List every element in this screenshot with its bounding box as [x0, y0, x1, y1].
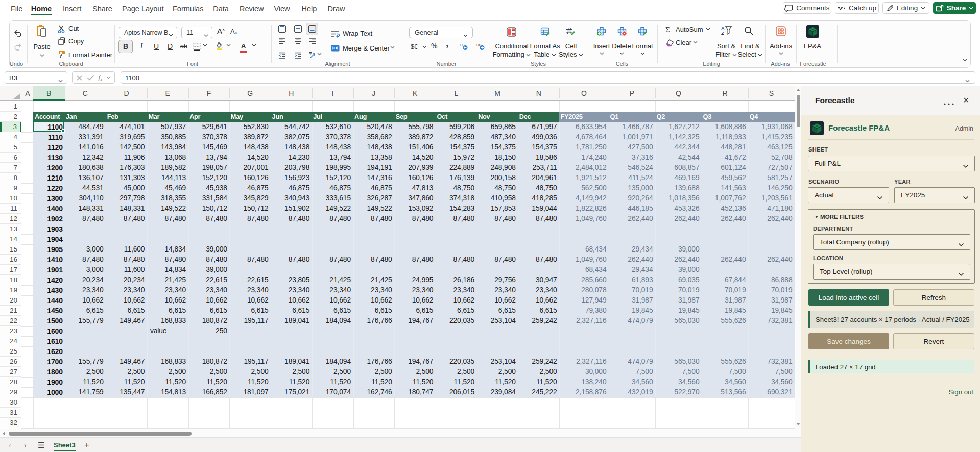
svg-text:A: A: [721, 26, 725, 31]
svg-text:Z: Z: [721, 31, 724, 36]
svg-text:,: ,: [446, 40, 448, 48]
svg-text:.0: .0: [459, 43, 463, 47]
